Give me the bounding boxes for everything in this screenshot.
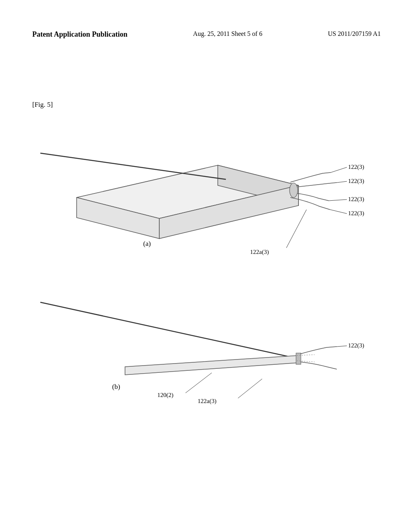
figure-label: [Fig. 5] <box>32 101 53 109</box>
svg-point-5 <box>290 183 298 197</box>
diagram-area: 122(3) 122(3) 122(3) 122(3) (a) 122a(3) <box>24 129 389 492</box>
patent-drawings: 122(3) 122(3) 122(3) 122(3) (a) 122a(3) <box>24 129 389 492</box>
label-122-3-a4: 122(3) <box>348 210 364 217</box>
svg-rect-13 <box>296 353 301 364</box>
svg-line-8 <box>329 200 347 201</box>
svg-line-7 <box>337 181 347 183</box>
diagram-b-label: (b) <box>112 383 120 391</box>
svg-line-6 <box>331 167 347 172</box>
label-120-2-b: 120(2) <box>157 392 173 399</box>
svg-line-17 <box>186 373 212 393</box>
label-122-3-a3: 122(3) <box>348 196 364 203</box>
svg-line-9 <box>330 210 347 214</box>
label-122a-3-b: 122a(3) <box>198 398 217 405</box>
publication-type: Patent Application Publication <box>32 30 127 39</box>
label-122-3-a2: 122(3) <box>348 178 364 185</box>
svg-marker-12 <box>125 355 298 375</box>
patent-number: US 2011/207159 A1 <box>328 30 381 37</box>
page-header: Patent Application Publication Aug. 25, … <box>0 30 413 39</box>
label-122a-3-a: 122a(3) <box>250 249 269 256</box>
svg-line-4 <box>40 153 226 179</box>
sheet-info: Aug. 25, 2011 Sheet 5 of 6 <box>193 30 263 37</box>
patent-page: Patent Application Publication Aug. 25, … <box>0 0 413 532</box>
svg-line-18 <box>238 379 262 398</box>
label-122-3-b: 122(3) <box>348 342 364 349</box>
svg-line-10 <box>286 210 307 248</box>
diagram-a-label: (a) <box>143 240 151 247</box>
label-122-3-a1: 122(3) <box>348 164 364 170</box>
svg-line-16 <box>337 346 347 347</box>
svg-line-11 <box>40 302 298 359</box>
